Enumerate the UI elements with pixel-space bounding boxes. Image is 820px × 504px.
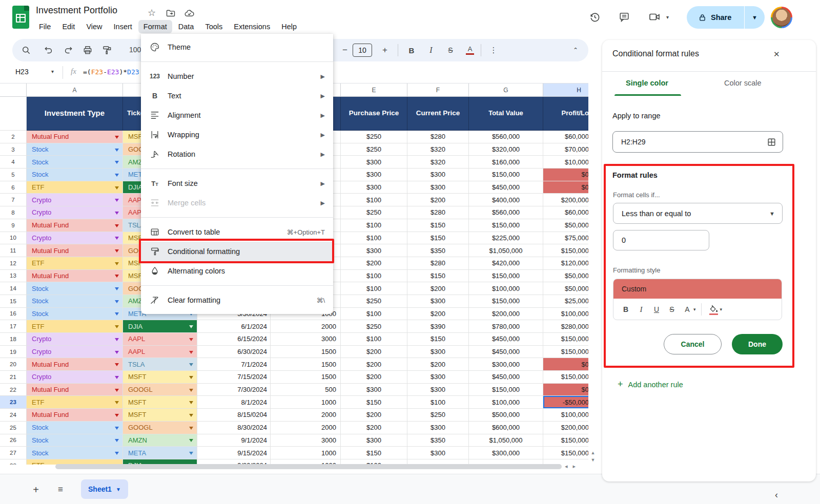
row-header-17[interactable]: 17: [0, 320, 27, 333]
cell-G4[interactable]: $160,000: [469, 156, 543, 169]
cell-H18[interactable]: $150,000: [543, 333, 588, 346]
row-header-3[interactable]: 3: [0, 143, 27, 156]
cell-H11[interactable]: $150,000: [543, 244, 588, 257]
cell-B23[interactable]: MSFT: [123, 396, 197, 409]
cell-A3[interactable]: Stock: [27, 143, 123, 156]
cell-E22[interactable]: $300: [341, 384, 407, 396]
cell-G9[interactable]: $150,000: [469, 219, 543, 232]
dropdown-arrow-icon[interactable]: [115, 376, 119, 379]
cell-F3[interactable]: $320: [407, 143, 469, 156]
avatar[interactable]: [771, 7, 792, 28]
cell-H5[interactable]: $0: [543, 169, 588, 181]
cell-H21[interactable]: $150,000: [543, 371, 588, 384]
row-header-8[interactable]: 8: [0, 206, 27, 219]
condition-dropdown[interactable]: Less than or equal to ▼: [613, 203, 783, 224]
dropdown-arrow-icon[interactable]: [115, 439, 119, 442]
cell-F19[interactable]: $300: [407, 346, 469, 359]
cell-A14[interactable]: Stock: [27, 282, 123, 295]
decrease-font-icon[interactable]: −: [337, 43, 353, 58]
select-all-corner[interactable]: [0, 83, 27, 97]
cell-F5[interactable]: $300: [407, 169, 469, 181]
cell-G25[interactable]: $600,000: [469, 422, 543, 434]
horizontal-scrollbar-arrows[interactable]: ◂▸: [565, 463, 581, 470]
cell-B17[interactable]: DJIA: [123, 320, 197, 333]
style-strikethrough-icon[interactable]: S: [665, 302, 679, 317]
header-cell-F[interactable]: Current Price: [407, 97, 469, 131]
cell-F4[interactable]: $320: [407, 156, 469, 169]
menubar-item-edit[interactable]: Edit: [57, 20, 80, 33]
dropdown-arrow-icon[interactable]: [115, 338, 119, 341]
cell-E24[interactable]: $200: [341, 409, 407, 422]
cell-B18[interactable]: AAPL: [123, 333, 197, 346]
cell-A13[interactable]: Mutual Fund: [27, 270, 123, 283]
cell-G13[interactable]: $150,000: [469, 270, 543, 283]
dropdown-arrow-icon[interactable]: [115, 325, 119, 328]
cell-F7[interactable]: $200: [407, 194, 469, 206]
row-header-6[interactable]: 6: [0, 181, 27, 194]
row-header-13[interactable]: 13: [0, 270, 27, 283]
cell-C18[interactable]: 6/15/2024: [197, 333, 271, 346]
menubar-item-insert[interactable]: Insert: [109, 20, 137, 33]
format-menu-item-convert-to-table[interactable]: Convert to table⌘+Option+T: [141, 222, 333, 242]
cell-F15[interactable]: $300: [407, 295, 469, 308]
cell-G24[interactable]: $500,000: [469, 409, 543, 422]
range-input[interactable]: H2:H29: [612, 131, 783, 153]
format-menu-item-clear-formatting[interactable]: Clear formatting⌘\: [141, 290, 333, 310]
dropdown-arrow-icon[interactable]: [115, 427, 119, 430]
cell-D21[interactable]: 1500: [271, 371, 341, 384]
dropdown-arrow-icon[interactable]: [189, 452, 193, 455]
cell-E15[interactable]: $250: [341, 295, 407, 308]
dropdown-arrow-icon[interactable]: [115, 389, 119, 392]
cell-A15[interactable]: Stock: [27, 295, 123, 308]
cell-D24[interactable]: 2000: [271, 409, 341, 422]
cell-F8[interactable]: $280: [407, 206, 469, 219]
style-underline-icon[interactable]: U: [649, 302, 664, 317]
menubar-item-extensions[interactable]: Extensions: [229, 20, 275, 33]
cell-G7[interactable]: $400,000: [469, 194, 543, 206]
cell-A12[interactable]: ETF: [27, 257, 123, 270]
cell-H19[interactable]: $150,000: [543, 346, 588, 359]
cell-H17[interactable]: $280,000: [543, 320, 588, 333]
cell-E20[interactable]: $200: [341, 358, 407, 371]
cell-H20[interactable]: $0: [543, 358, 588, 371]
cell-H7[interactable]: $200,000: [543, 194, 588, 206]
cell-G21[interactable]: $450,000: [469, 371, 543, 384]
column-letter-F[interactable]: F: [407, 83, 469, 97]
row-header-16[interactable]: 16: [0, 308, 27, 321]
cell-D18[interactable]: 3000: [271, 333, 341, 346]
cell-E7[interactable]: $100: [341, 194, 407, 206]
cell-B25[interactable]: GOOGL: [123, 422, 197, 434]
dropdown-arrow-icon[interactable]: [189, 363, 193, 366]
dropdown-arrow-icon[interactable]: [115, 174, 119, 177]
increase-font-icon[interactable]: +: [377, 43, 393, 58]
dropdown-arrow-icon[interactable]: [115, 199, 119, 202]
cell-H25[interactable]: $200,000: [543, 422, 588, 434]
cell-A16[interactable]: Stock: [27, 308, 123, 321]
cell-H6[interactable]: $0: [543, 181, 588, 194]
header-cell-H[interactable]: Profit/Loss: [543, 97, 588, 131]
cell-D19[interactable]: 1500: [271, 346, 341, 359]
cell-E4[interactable]: $300: [341, 156, 407, 169]
dropdown-arrow-icon[interactable]: [115, 149, 119, 152]
cell-F21[interactable]: $300: [407, 371, 469, 384]
collapse-toolbar-icon[interactable]: ⌃: [568, 43, 583, 58]
cell-E3[interactable]: $250: [341, 143, 407, 156]
cell-E6[interactable]: $300: [341, 181, 407, 194]
cell-H27[interactable]: $150,000: [543, 447, 588, 459]
cell-D22[interactable]: 500: [271, 384, 341, 396]
dropdown-arrow-icon[interactable]: [115, 186, 119, 190]
dropdown-arrow-icon[interactable]: [115, 363, 119, 366]
row-header-22[interactable]: 22: [0, 384, 27, 396]
row-header-20[interactable]: 20: [0, 358, 27, 371]
share-main[interactable]: Share: [687, 13, 744, 22]
menubar-item-tools[interactable]: Tools: [200, 20, 228, 33]
cell-H23[interactable]: -$50,000: [543, 396, 588, 409]
sheet-tab[interactable]: Sheet1 ▼: [81, 479, 128, 499]
tab-color-scale[interactable]: Color scale: [724, 79, 762, 87]
cell-C24[interactable]: 8/15/0204: [197, 409, 271, 422]
cell-E2[interactable]: $250: [341, 131, 407, 143]
condition-value-input[interactable]: 0: [613, 230, 709, 250]
cell-B26[interactable]: AMZN: [123, 434, 197, 447]
undo-icon[interactable]: [41, 43, 56, 58]
format-menu-item-font-size[interactable]: TTFont size▶: [141, 174, 333, 193]
